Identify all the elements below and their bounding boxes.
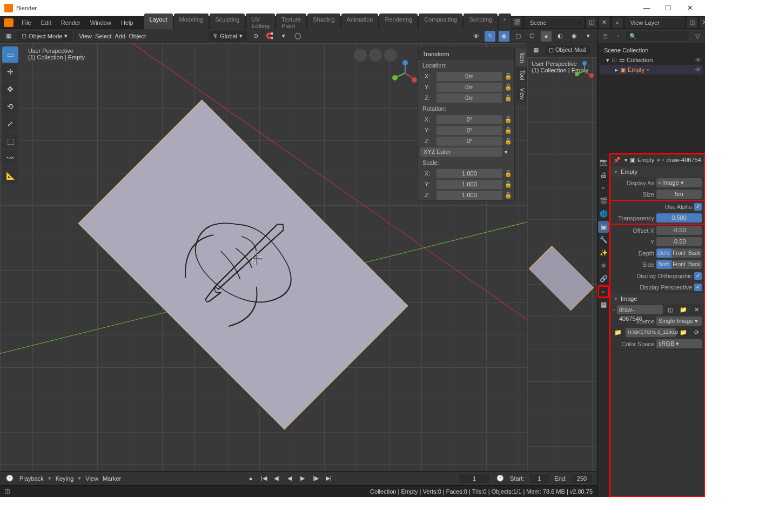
hdr-select[interactable]: Select bbox=[95, 33, 112, 39]
shading-solid-icon[interactable]: ● bbox=[541, 31, 552, 42]
offset-y-field[interactable]: -0.50 bbox=[656, 237, 702, 246]
side-toggle[interactable]: BothFrontBack bbox=[656, 260, 702, 269]
npanel-title[interactable]: Transform bbox=[422, 51, 449, 57]
autokey-icon[interactable]: ● bbox=[245, 473, 256, 484]
pivot-icon[interactable]: ⊙ bbox=[250, 31, 261, 42]
rotation-mode[interactable]: XYZ Euler bbox=[420, 147, 502, 157]
ntab-item[interactable]: Item bbox=[516, 49, 527, 66]
loc-y[interactable]: 0m bbox=[436, 83, 502, 92]
nav-camera-icon[interactable] bbox=[354, 49, 367, 62]
play-rev-icon[interactable]: ◀ bbox=[284, 473, 295, 484]
ptab-texture[interactable]: ▦ bbox=[598, 299, 609, 311]
ntab-view[interactable]: View bbox=[516, 85, 527, 103]
secondary-viewport[interactable]: ▦◻ Object Mod User Perspective (1) Colle… bbox=[527, 43, 597, 471]
menu-edit[interactable]: Edit bbox=[36, 17, 56, 28]
image-del-icon[interactable]: ✕ bbox=[691, 305, 702, 315]
scene-new-icon[interactable]: ◫ bbox=[586, 17, 597, 28]
scene-del-icon[interactable]: ✕ bbox=[599, 17, 610, 28]
ptab-viewlayer[interactable]: ▫ bbox=[598, 182, 609, 194]
hdr-view[interactable]: View bbox=[79, 33, 92, 39]
minimize-button[interactable]: — bbox=[636, 0, 657, 16]
hdr-object[interactable]: Object bbox=[129, 33, 146, 39]
display-as-dropdown[interactable]: ▫ Image ▾ bbox=[656, 178, 702, 187]
ptab-particles[interactable]: ✨ bbox=[598, 247, 609, 259]
size-field[interactable]: 5m bbox=[656, 190, 702, 199]
proportional-icon[interactable]: ◯ bbox=[292, 31, 303, 42]
frame-end[interactable]: 250 bbox=[571, 473, 593, 484]
tl-keying[interactable]: Keying bbox=[56, 475, 74, 482]
jump-start-icon[interactable]: |◀ bbox=[258, 473, 269, 484]
editor-type-icon[interactable]: ▦ bbox=[530, 45, 541, 56]
lock-icon[interactable]: 🔓 bbox=[505, 73, 512, 80]
orientation-dropdown[interactable]: ↯ Global ▾ bbox=[209, 31, 247, 41]
current-frame[interactable]: 1 bbox=[458, 473, 491, 484]
pin-icon[interactable]: 📌 bbox=[612, 154, 622, 165]
axis-gizmo[interactable] bbox=[392, 59, 419, 86]
viewlayer-icon[interactable]: ▫ bbox=[612, 17, 623, 28]
ptab-constraints[interactable]: 🔗 bbox=[598, 273, 609, 285]
viewlayer-new-icon[interactable]: ◫ bbox=[687, 17, 697, 28]
timeline-editor-icon[interactable]: 🕐 bbox=[4, 473, 15, 484]
viewlayer-field[interactable]: View Layer bbox=[625, 17, 684, 28]
ptab-render[interactable]: 📷 bbox=[598, 156, 609, 168]
axis-gizmo-2[interactable] bbox=[574, 60, 595, 81]
menu-file[interactable]: File bbox=[17, 17, 36, 28]
filepath-browse-icon[interactable]: 📁 bbox=[678, 327, 689, 338]
image-unlink-icon[interactable]: ◫ bbox=[665, 305, 676, 315]
jump-end-icon[interactable]: ▶| bbox=[323, 473, 334, 484]
scale-y[interactable]: 1.000 bbox=[436, 180, 502, 189]
transparency-field[interactable]: 0.500 bbox=[656, 213, 702, 223]
nav-pan-icon[interactable] bbox=[369, 49, 382, 62]
tool-rotate[interactable]: ⟲ bbox=[2, 98, 18, 115]
persp-checkbox[interactable]: ✓ bbox=[694, 284, 702, 291]
shading-rendered-icon[interactable]: ◉ bbox=[569, 31, 580, 42]
filepath-field[interactable]: H:\SKETCH\..6_1280.png bbox=[626, 328, 676, 337]
visibility-icon[interactable]: 👁 bbox=[471, 31, 481, 42]
shading-opts-icon[interactable]: ▾ bbox=[583, 31, 594, 42]
tool-measure[interactable]: 📐 bbox=[2, 167, 18, 184]
tool-select[interactable]: ▭ bbox=[2, 46, 18, 63]
filepath-icon[interactable]: 📁 bbox=[613, 327, 623, 338]
lock-icon[interactable]: 🔓 bbox=[505, 170, 512, 177]
blender-icon[interactable] bbox=[4, 18, 14, 27]
ptab-data[interactable]: ▫ bbox=[598, 286, 609, 298]
use-alpha-checkbox[interactable]: ✓ bbox=[694, 203, 702, 211]
outliner-type-icon[interactable]: ≣ bbox=[600, 31, 610, 42]
loc-x[interactable]: 0m bbox=[436, 72, 502, 81]
ptab-world[interactable]: 🌐 bbox=[598, 208, 609, 220]
mode-dropdown[interactable]: ◻ Object Mode ▾ bbox=[17, 31, 72, 41]
ptab-output[interactable]: 🖨 bbox=[598, 169, 609, 181]
maximize-button[interactable]: ☐ bbox=[657, 0, 679, 16]
outliner-search[interactable]: 🔍 bbox=[626, 31, 690, 42]
lock-icon[interactable]: 🔓 bbox=[505, 192, 512, 199]
loc-z[interactable]: 0m bbox=[436, 93, 502, 103]
keyframe-next-icon[interactable]: |▶ bbox=[310, 473, 321, 484]
offset-x-field[interactable]: -0.50 bbox=[656, 226, 702, 235]
rot-y[interactable]: 0° bbox=[436, 126, 502, 135]
lock-icon[interactable]: 🔓 bbox=[505, 127, 512, 134]
rot-x[interactable]: 0° bbox=[436, 115, 502, 124]
tl-view[interactable]: View bbox=[85, 475, 98, 482]
rot-z[interactable]: 0° bbox=[436, 137, 502, 146]
scene-browse-icon[interactable]: 🎬 bbox=[512, 17, 522, 28]
shading-wire-icon[interactable]: ⬡ bbox=[527, 31, 538, 42]
lock-icon[interactable]: 🔓 bbox=[505, 84, 512, 91]
menu-render[interactable]: Render bbox=[56, 17, 85, 28]
play-icon[interactable]: ▶ bbox=[297, 473, 308, 484]
lock-icon[interactable]: 🔓 bbox=[505, 116, 512, 123]
hdr-add[interactable]: Add bbox=[115, 33, 126, 39]
image-name[interactable]: draw-4067546_... bbox=[617, 305, 663, 314]
viewport-3d[interactable]: ▭ ✛ ✥ ⟲ ⤢ ⬚ 〰 📐 User Perspective (1) Col… bbox=[0, 43, 527, 471]
visibility-toggle[interactable]: 👁 bbox=[695, 57, 703, 63]
tool-annotate[interactable]: 〰 bbox=[2, 150, 18, 166]
editor-type-icon[interactable]: ▦ bbox=[3, 31, 14, 42]
depth-toggle[interactable]: DefaFrontBack bbox=[656, 248, 702, 258]
scale-z[interactable]: 1.000 bbox=[436, 191, 502, 200]
frame-start[interactable]: 1 bbox=[528, 473, 550, 484]
ptab-physics[interactable]: ⚛ bbox=[598, 260, 609, 272]
close-button[interactable]: ✕ bbox=[679, 0, 701, 16]
lock-icon[interactable]: 🔓 bbox=[505, 95, 512, 102]
panel-empty-header[interactable]: Empty bbox=[609, 166, 705, 177]
ptab-modifiers[interactable]: 🔧 bbox=[598, 234, 609, 246]
snap-icon[interactable]: 🧲 bbox=[264, 31, 275, 42]
